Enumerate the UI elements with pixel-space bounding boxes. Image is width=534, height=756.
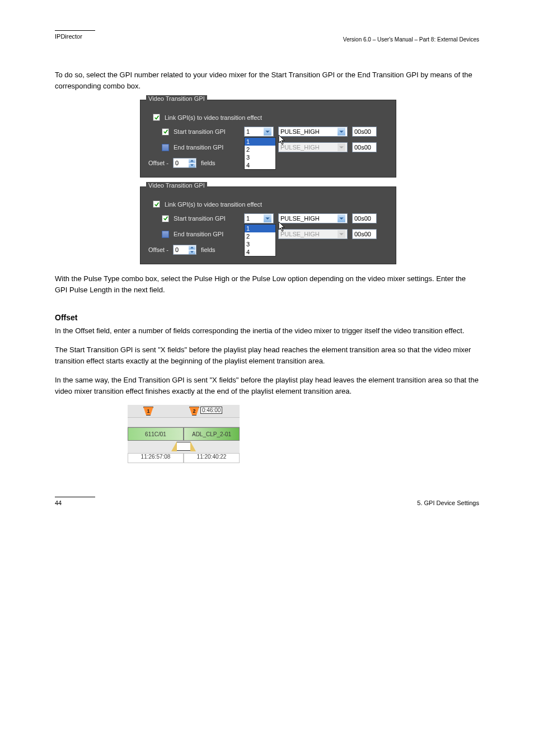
combo-value: 1 — [246, 128, 250, 135]
pulse-type-value: PULSE_HIGH — [280, 215, 320, 222]
transition-indicator — [176, 442, 191, 451]
label-offset: Offset - — [148, 160, 168, 166]
combo-option-1[interactable]: 1 — [245, 225, 275, 232]
combo-option-2[interactable]: 2 — [245, 232, 275, 240]
panel-legend: Video Transition GPI — [146, 95, 207, 102]
label-link-gpi: Link GPI(s) to video transition effect — [165, 114, 262, 121]
combo-gpi-number-start[interactable]: 1 1 2 3 4 — [244, 213, 274, 223]
ruler-time: 0:46:00 — [200, 407, 222, 414]
label-fields: fields — [201, 160, 216, 166]
combo-dropdown-list[interactable]: 1 2 3 4 — [244, 224, 276, 256]
label-end-transition: End transition GPI — [174, 231, 240, 237]
offset-value: 0 — [175, 246, 179, 253]
duration-field-end[interactable]: 00s00 — [352, 142, 377, 152]
marker-2: 2 — [189, 407, 199, 416]
clip-b: ADL_CLP_2-01 — [184, 427, 240, 441]
offset-value: 0 — [175, 160, 179, 166]
combo-dropdown-list[interactable]: 1 2 3 4 — [244, 137, 276, 170]
paragraph-1: To do so, select the GPI number related … — [55, 69, 479, 92]
panel-video-transition-gpi-2: Video Transition GPI Link GPI(s) to vide… — [140, 186, 396, 264]
pulse-type-value-disabled: PULSE_HIGH — [280, 144, 320, 151]
combo-option-3[interactable]: 3 — [245, 153, 275, 161]
chevron-down-icon — [338, 230, 345, 238]
label-fields: fields — [201, 246, 216, 253]
duration-field-start[interactable]: 00s00 — [352, 213, 377, 223]
timecode-a: 11:26:57:08 — [128, 453, 184, 463]
checkbox-end-transition[interactable] — [162, 231, 169, 238]
paragraph-5: In the same way, the End Transition GPI … — [55, 375, 479, 397]
timecode-b: 11:20:40:22 — [184, 453, 240, 463]
timeline-diagram: 1 2 0:46:00 611C/01 ADL_CLP_2-01 11:26:5… — [128, 405, 240, 463]
spinner-down-icon[interactable] — [189, 250, 195, 254]
combo-option-3[interactable]: 3 — [245, 240, 275, 248]
header-doc: Version 6.0 – User's Manual – Part 8: Ex… — [55, 36, 479, 43]
combo-pulse-type-start[interactable]: PULSE_HIGH — [278, 127, 348, 137]
checkbox-link-gpi[interactable] — [153, 114, 160, 121]
label-offset: Offset - — [148, 246, 168, 253]
chevron-down-icon — [264, 214, 271, 222]
offset-spinner[interactable]: 0 — [173, 158, 196, 168]
label-start-transition: Start transition GPI — [174, 128, 240, 135]
offset-spinner[interactable]: 0 — [173, 245, 196, 255]
spinner-up-icon[interactable] — [189, 159, 195, 163]
combo-option-4[interactable]: 4 — [245, 161, 275, 169]
combo-pulse-type-end: PULSE_HIGH — [278, 142, 348, 152]
heading-offset: Offset — [55, 313, 479, 322]
panel-video-transition-gpi-1: Video Transition GPI Link GPI(s) to vide… — [140, 100, 396, 178]
checkbox-start-transition[interactable] — [162, 215, 169, 222]
chevron-down-icon — [264, 128, 271, 136]
checkbox-link-gpi[interactable] — [153, 200, 160, 208]
checkbox-end-transition[interactable] — [162, 144, 169, 151]
clip-a: 611C/01 — [128, 427, 184, 441]
duration-field-start[interactable]: 00s00 — [352, 127, 377, 137]
footer-section: 5. GPI Device Settings — [417, 500, 479, 506]
chevron-down-icon — [338, 214, 345, 222]
spinner-down-icon[interactable] — [189, 164, 195, 167]
paragraph-3: In the Offset field, enter a number of f… — [55, 325, 479, 337]
label-end-transition: End transition GPI — [174, 144, 240, 151]
combo-gpi-number-start[interactable]: 1 1 2 3 4 — [244, 127, 274, 137]
pulse-type-value: PULSE_HIGH — [280, 128, 320, 135]
combo-pulse-type-start[interactable]: PULSE_HIGH — [278, 213, 348, 223]
paragraph-4: The Start Transition GPI is sent "X fiel… — [55, 344, 479, 367]
combo-option-2[interactable]: 2 — [245, 146, 275, 153]
spinner-up-icon[interactable] — [189, 246, 195, 250]
duration-field-end[interactable]: 00s00 — [352, 229, 377, 239]
combo-option-4[interactable]: 4 — [245, 248, 275, 256]
panel-legend: Video Transition GPI — [146, 182, 207, 189]
pulse-type-value-disabled: PULSE_HIGH — [280, 231, 320, 237]
chevron-down-icon — [338, 128, 345, 136]
label-link-gpi: Link GPI(s) to video transition effect — [165, 201, 262, 208]
marker-1: 1 — [143, 407, 153, 416]
label-start-transition: Start transition GPI — [174, 215, 240, 222]
chevron-down-icon — [338, 143, 345, 151]
combo-value: 1 — [246, 215, 250, 222]
combo-pulse-type-end: PULSE_HIGH — [278, 229, 348, 239]
footer-page-number: 44 — [55, 500, 62, 506]
paragraph-2: With the Pulse Type combo box, select th… — [55, 273, 479, 296]
combo-option-1[interactable]: 1 — [245, 138, 275, 146]
checkbox-start-transition[interactable] — [162, 128, 169, 136]
